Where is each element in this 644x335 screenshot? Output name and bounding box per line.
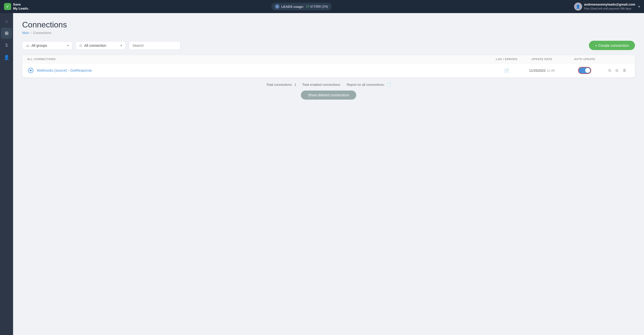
connection-filter-chevron: ▾ [120,44,122,47]
update-time-value: 11:46 [546,69,555,72]
footer-stats: Total connections: 1 Total enabled conne… [22,82,635,87]
header-right: 👤 andrewsavemyleads@gmail.com Plan |Star… [574,2,640,11]
info-icon: i [275,4,279,9]
search-input[interactable] [133,44,177,48]
user-info[interactable]: 👤 andrewsavemyleads@gmail.com Plan |Star… [574,2,635,11]
sidebar-nav: ⌂ ⊞ $ 👤 [0,13,13,335]
toggle-thumb [585,68,590,73]
cell-actions: ⧉ ⚙ 🗑 [605,67,630,74]
connection-name[interactable]: Webhooks (source) - GetResponse [37,68,494,72]
connection-filter[interactable]: ⊙ All connection ▾ [75,41,126,50]
connection-status-icon: ⊙ [79,44,82,48]
settings-button[interactable]: ⚙ [614,67,620,74]
group-filter-chevron: ▾ [67,44,69,47]
duplicate-button[interactable]: ⧉ [607,67,612,74]
group-filter-label: All groups [31,44,47,48]
total-label: Total connections: [266,83,292,87]
breadcrumb: Main / Connections [22,31,635,35]
billing-icon: $ [5,43,8,48]
logo-text: Save My Leads. [13,3,29,10]
app-body: ⌂ ⊞ $ 👤 Connections Main / Connections 🗂 [0,13,644,335]
sidebar-item-home[interactable]: ⌂ [1,16,12,27]
leads-total: 2'000 [313,5,321,8]
sidebar-item-billing[interactable]: $ [1,40,12,51]
col-auto-update: AUTO UPDATE [565,58,605,61]
table-header: ALL CONNECTIONS LOG / ERRORS UPDATE DATE… [22,55,635,63]
col-update-date: UPDATE DATE [519,58,565,61]
enabled-label: Total enabled connections: [302,83,341,87]
user-details: andrewsavemyleads@gmail.com Plan |Start|… [584,2,635,11]
cell-update-date: 11/25/2022 11:46 [519,69,565,72]
breadcrumb-separator: / [31,31,32,35]
svg-point-1 [30,70,31,71]
connections-icon: ⊞ [5,30,9,36]
leads-label: LEADS usage: [281,5,304,9]
sidebar: ⌂ ⊞ $ 👤 [0,13,13,335]
avatar: 👤 [574,3,582,11]
main-content: Connections Main / Connections 🗂 All gro… [13,13,644,335]
logo-icon: ✓ [4,3,11,10]
search-box[interactable] [129,41,180,50]
update-date: 11/25/2022 [529,69,545,72]
leads-usage: i LEADS usage: 17 of 2'000 (1%) [271,3,332,10]
log-icon[interactable]: 📄 [504,68,509,73]
breadcrumb-main[interactable]: Main [22,31,29,35]
group-filter[interactable]: 🗂 All groups ▾ [22,41,72,50]
user-plan: Plan |Start| left until payment 388 days [584,7,635,11]
cell-auto-update [565,67,605,74]
delete-button[interactable]: 🗑 [622,67,628,74]
table-row: Webhooks (source) - GetResponse 📄 11/25/… [22,63,635,77]
home-icon: ⌂ [5,19,8,24]
app-header: ✓ Save My Leads. i LEADS usage: 17 of 2'… [0,0,644,13]
col-log-errors: LOG / ERRORS [494,58,519,61]
leads-percent: (1%) [322,5,328,8]
create-connection-button[interactable]: + Create connection [589,41,635,50]
logo: ✓ Save My Leads. [4,3,29,10]
col-all-connections: ALL CONNECTIONS [27,58,494,61]
connection-source-icon [27,67,34,74]
report-icon[interactable]: 📄 [387,82,391,87]
sidebar-item-connections[interactable]: ⊞ [1,28,12,39]
user-email: andrewsavemyleads@gmail.com [584,2,635,7]
connection-filter-label: All connection [84,44,106,48]
cell-log: 📄 [494,68,519,73]
breadcrumb-current: Connections [33,31,51,35]
report-label: Report on all connections: [347,83,384,87]
page-title: Connections [22,20,635,29]
leads-current: 17 [306,5,309,8]
leads-count: 17 of 2'000 (1%) [306,5,328,8]
account-icon: 👤 [4,55,9,60]
folder-icon: 🗂 [26,44,29,48]
header-left: ✓ Save My Leads. [4,3,29,10]
connections-table: ALL CONNECTIONS LOG / ERRORS UPDATE DATE… [22,55,635,77]
header-center: i LEADS usage: 17 of 2'000 (1%) [271,3,332,10]
total-value: 1 [295,83,296,87]
header-chevron-icon[interactable]: ▾ [638,5,640,9]
sidebar-item-account[interactable]: 👤 [1,52,12,63]
auto-update-toggle[interactable] [578,67,591,74]
filters-bar: 🗂 All groups ▾ ⊙ All connection ▾ + Crea… [22,41,635,50]
toggle-track [578,67,591,74]
show-deleted-button[interactable]: Show deleted connections [301,91,356,100]
